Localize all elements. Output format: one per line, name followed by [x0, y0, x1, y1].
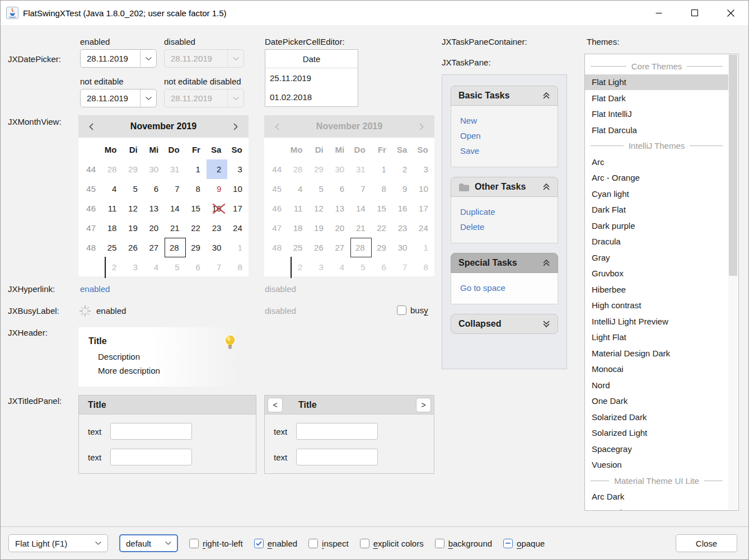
text-input[interactable] — [110, 449, 192, 465]
calendar-day-cell[interactable]: 28 — [165, 238, 185, 257]
theme-item-gruvbox[interactable]: Gruvbox — [585, 266, 728, 282]
calendar-day-cell[interactable]: 29 — [123, 159, 143, 179]
calendar-day-cell[interactable]: 28 — [350, 238, 371, 257]
minimize-button[interactable] — [641, 1, 677, 25]
calendar-day-cell[interactable]: 16 — [207, 199, 227, 218]
task-link-new[interactable]: New — [460, 113, 549, 128]
calendar-day-cell[interactable]: 4 — [102, 179, 123, 199]
calendar-day-cell[interactable]: 5 — [165, 257, 185, 277]
calendar-day-cell[interactable]: 30 — [330, 159, 350, 179]
scrollbar-thumb[interactable] — [729, 55, 737, 276]
calendar-day-cell[interactable]: 10 — [413, 179, 434, 199]
checkbox-box[interactable] — [360, 539, 369, 548]
datepicker-enabled[interactable]: 28.11.2019 — [80, 49, 157, 68]
calendar-day-cell[interactable]: 14 — [165, 199, 185, 218]
checkbox-explicit-colors[interactable]: explicit colors — [360, 539, 424, 548]
task-link-duplicate[interactable]: Duplicate — [460, 204, 549, 219]
calendar-day-cell[interactable]: 31 — [350, 159, 371, 179]
panel-right-button[interactable]: > — [416, 398, 431, 412]
table-row[interactable]: 25.11.2019 — [265, 68, 358, 87]
calendar-day-cell[interactable]: 21 — [165, 218, 185, 238]
calendar-day-cell[interactable]: 25 — [288, 238, 308, 257]
calendar-day-cell[interactable]: 30 — [144, 159, 165, 179]
calendar-day-cell[interactable]: 13 — [330, 199, 350, 218]
calendar-day-cell[interactable]: 3 — [308, 257, 329, 277]
calendar-day-cell[interactable]: 11 — [102, 199, 123, 218]
close-window-button[interactable] — [713, 1, 748, 25]
calendar-day-cell[interactable]: 29 — [372, 238, 392, 257]
theme-item-dark-flat[interactable]: Dark Flat — [585, 202, 728, 218]
checkbox-box[interactable] — [308, 539, 318, 548]
calendar-day-cell[interactable]: 8 — [372, 179, 392, 199]
calendar-day-cell[interactable]: 4 — [330, 257, 350, 277]
collapse-chevron-icon[interactable] — [542, 183, 550, 191]
calendar-day-cell[interactable]: 1 — [186, 159, 207, 179]
task-link-save[interactable]: Save — [460, 143, 549, 158]
task-link-delete[interactable]: Delete — [460, 219, 549, 234]
calendar-day-cell[interactable]: 27 — [330, 238, 350, 257]
calendar-day-cell[interactable]: 29 — [308, 159, 329, 179]
calendar-day-cell[interactable]: 12 — [123, 199, 143, 218]
taskpane-header[interactable]: Collapsed — [451, 314, 558, 334]
calendar-day-cell[interactable]: 8 — [413, 257, 434, 277]
previous-month-button[interactable] — [78, 115, 104, 138]
checkbox-opaque[interactable]: opaque — [503, 539, 545, 548]
theme-item-nord[interactable]: Nord — [585, 377, 728, 393]
calendar-day-cell[interactable]: 20 — [144, 218, 165, 238]
calendar-day-cell[interactable]: 3 — [413, 159, 434, 179]
theme-item-dracula[interactable]: Dracula — [585, 234, 728, 250]
calendar-day-cell[interactable]: 8 — [186, 179, 207, 199]
calendar-day-cell[interactable]: 24 — [413, 218, 434, 238]
theme-item-hiberbee[interactable]: Hiberbee — [585, 281, 728, 298]
calendar-day-cell[interactable]: 31 — [165, 159, 185, 179]
text-input[interactable] — [296, 423, 378, 440]
option-combobox[interactable]: default — [119, 534, 178, 552]
collapse-chevron-icon[interactable] — [542, 92, 550, 100]
checkbox-box[interactable] — [435, 539, 444, 548]
theme-item-monocai[interactable]: Monocai — [585, 361, 728, 378]
calendar-day-cell[interactable]: 15 — [186, 199, 207, 218]
calendar-day-cell[interactable]: 5 — [123, 179, 143, 199]
calendar-day-cell[interactable]: 30 — [207, 238, 227, 257]
checkbox-box[interactable] — [189, 539, 199, 548]
theme-item-dark-purple[interactable]: Dark purple — [585, 218, 728, 234]
theme-item-arc-dark[interactable]: Arc Dark — [585, 489, 728, 505]
theme-item-gray[interactable]: Gray — [585, 250, 728, 266]
theme-item-one-dark[interactable]: One Dark — [585, 393, 728, 410]
calendar-day-cell[interactable]: 14 — [350, 199, 371, 218]
themes-scrollbar[interactable] — [728, 55, 738, 511]
theme-item-solarized-dark[interactable]: Solarized Dark — [585, 409, 728, 425]
calendar-day-cell[interactable]: 4 — [144, 257, 165, 277]
maximize-button[interactable] — [677, 1, 713, 25]
theme-item-spacegray[interactable]: Spacegray — [585, 441, 728, 457]
calendar-day-cell[interactable]: 24 — [227, 218, 248, 238]
theme-item-flat-light[interactable]: Flat Light — [585, 74, 728, 91]
task-link-open[interactable]: Open — [460, 128, 549, 143]
theme-item-solarized-light[interactable]: Solarized Light — [585, 425, 728, 441]
taskpane-header[interactable]: Other Tasks — [451, 177, 558, 197]
expand-chevron-icon[interactable] — [542, 320, 550, 328]
checkbox-enabled[interactable]: enabled — [254, 539, 297, 548]
calendar-day-cell[interactable]: 22 — [186, 218, 207, 238]
calendar-day-cell[interactable]: 6 — [144, 179, 165, 199]
calendar-day-cell[interactable]: 26 — [123, 238, 143, 257]
theme-item-vuesion[interactable]: Vuesion — [585, 457, 728, 473]
calendar-day-cell[interactable]: 18 — [102, 218, 123, 238]
calendar-day-cell[interactable]: 20 — [330, 218, 350, 238]
theme-item-intellij-light-preview[interactable]: IntelliJ Light Preview — [585, 313, 728, 330]
theme-item-flat-intellij[interactable]: Flat IntelliJ — [585, 106, 728, 123]
calendar-day-cell[interactable]: 5 — [350, 257, 371, 277]
calendar-day-cell[interactable]: 16 — [392, 199, 413, 218]
calendar-day-cell[interactable]: 29 — [186, 238, 207, 257]
calendar-day-cell[interactable]: 13 — [144, 199, 165, 218]
calendar-day-cell[interactable]: 28 — [288, 159, 308, 179]
calendar-day-cell[interactable]: 9 — [207, 179, 227, 199]
calendar-day-cell[interactable]: 22 — [372, 218, 392, 238]
calendar-day-cell[interactable]: 26 — [308, 238, 329, 257]
calendar-day-cell[interactable]: 1 — [413, 238, 434, 257]
calendar-day-cell[interactable]: 18 — [288, 218, 308, 238]
calendar-day-cell[interactable]: 12 — [308, 199, 329, 218]
checkbox-box[interactable] — [254, 539, 264, 548]
collapse-chevron-icon[interactable] — [542, 259, 550, 267]
calendar-day-cell[interactable]: 19 — [123, 218, 143, 238]
